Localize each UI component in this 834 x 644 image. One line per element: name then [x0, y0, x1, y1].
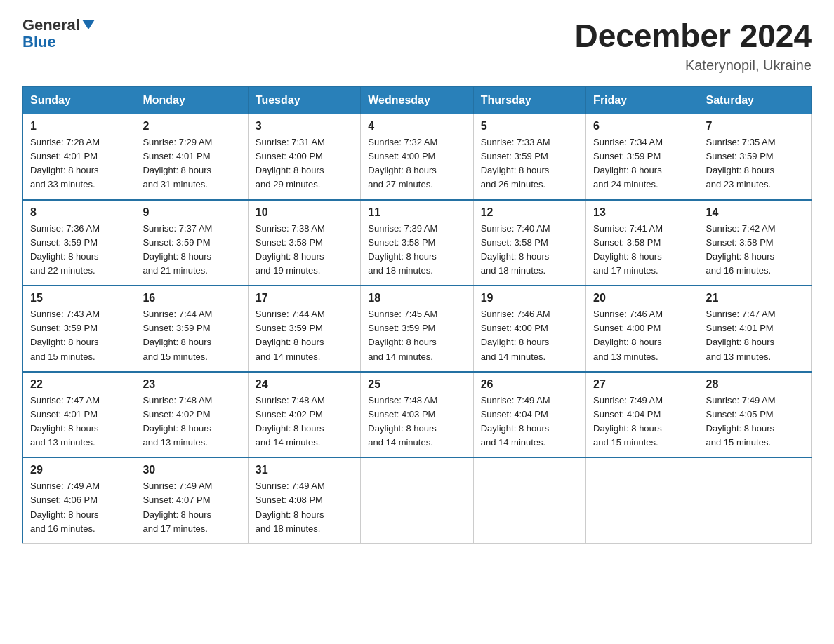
day-info: Sunrise: 7:46 AM Sunset: 4:00 PM Dayligh…: [481, 307, 578, 364]
day-number: 25: [368, 378, 465, 391]
day-info: Sunrise: 7:31 AM Sunset: 4:00 PM Dayligh…: [256, 135, 353, 192]
weekday-header-thursday: Thursday: [473, 87, 585, 114]
day-number: 24: [256, 378, 353, 391]
calendar-body: 1Sunrise: 7:28 AM Sunset: 4:01 PM Daylig…: [23, 114, 812, 544]
calendar-day-cell: 30Sunrise: 7:49 AM Sunset: 4:07 PM Dayli…: [135, 457, 248, 543]
day-number: 26: [481, 378, 578, 391]
calendar-day-cell: [699, 457, 811, 543]
weekday-header-friday: Friday: [586, 87, 699, 114]
logo: General Blue: [22, 17, 95, 51]
calendar-day-cell: 22Sunrise: 7:47 AM Sunset: 4:01 PM Dayli…: [23, 372, 135, 458]
calendar-day-cell: 12Sunrise: 7:40 AM Sunset: 3:58 PM Dayli…: [473, 200, 585, 286]
calendar-week-row: 29Sunrise: 7:49 AM Sunset: 4:06 PM Dayli…: [23, 457, 812, 543]
day-info: Sunrise: 7:47 AM Sunset: 4:01 PM Dayligh…: [30, 394, 128, 450]
day-number: 6: [593, 120, 691, 133]
day-info: Sunrise: 7:47 AM Sunset: 4:01 PM Dayligh…: [706, 307, 804, 364]
weekday-header-saturday: Saturday: [699, 87, 811, 114]
day-info: Sunrise: 7:38 AM Sunset: 3:58 PM Dayligh…: [256, 222, 353, 279]
calendar-day-cell: 23Sunrise: 7:48 AM Sunset: 4:02 PM Dayli…: [135, 372, 248, 458]
calendar-day-cell: 13Sunrise: 7:41 AM Sunset: 3:58 PM Dayli…: [586, 200, 699, 286]
day-number: 4: [368, 120, 465, 133]
day-number: 29: [30, 464, 128, 476]
day-info: Sunrise: 7:42 AM Sunset: 3:58 PM Dayligh…: [706, 222, 804, 279]
day-number: 31: [256, 464, 353, 476]
calendar-week-row: 15Sunrise: 7:43 AM Sunset: 3:59 PM Dayli…: [23, 286, 812, 372]
day-number: 17: [256, 292, 353, 304]
day-info: Sunrise: 7:49 AM Sunset: 4:05 PM Dayligh…: [706, 394, 804, 450]
weekday-header-wednesday: Wednesday: [361, 87, 473, 114]
day-info: Sunrise: 7:35 AM Sunset: 3:59 PM Dayligh…: [706, 135, 804, 192]
calendar-day-cell: 29Sunrise: 7:49 AM Sunset: 4:06 PM Dayli…: [23, 457, 135, 543]
calendar-day-cell: 19Sunrise: 7:46 AM Sunset: 4:00 PM Dayli…: [473, 286, 585, 372]
day-info: Sunrise: 7:49 AM Sunset: 4:07 PM Dayligh…: [143, 479, 240, 536]
page-subtitle: Katerynopil, Ukraine: [574, 58, 812, 74]
calendar-day-cell: 17Sunrise: 7:44 AM Sunset: 3:59 PM Dayli…: [248, 286, 360, 372]
calendar-day-cell: 24Sunrise: 7:48 AM Sunset: 4:02 PM Dayli…: [248, 372, 360, 458]
day-number: 5: [481, 120, 578, 133]
day-info: Sunrise: 7:36 AM Sunset: 3:59 PM Dayligh…: [30, 222, 128, 279]
day-number: 28: [706, 378, 804, 391]
day-number: 22: [30, 378, 128, 391]
calendar-day-cell: 4Sunrise: 7:32 AM Sunset: 4:00 PM Daylig…: [361, 114, 473, 200]
calendar-day-cell: 15Sunrise: 7:43 AM Sunset: 3:59 PM Dayli…: [23, 286, 135, 372]
day-info: Sunrise: 7:44 AM Sunset: 3:59 PM Dayligh…: [256, 307, 353, 364]
day-info: Sunrise: 7:40 AM Sunset: 3:58 PM Dayligh…: [481, 222, 578, 279]
calendar-day-cell: 2Sunrise: 7:29 AM Sunset: 4:01 PM Daylig…: [135, 114, 248, 200]
calendar-week-row: 8Sunrise: 7:36 AM Sunset: 3:59 PM Daylig…: [23, 200, 812, 286]
day-number: 13: [593, 206, 691, 219]
calendar-table: SundayMondayTuesdayWednesdayThursdayFrid…: [22, 86, 812, 544]
day-info: Sunrise: 7:49 AM Sunset: 4:08 PM Dayligh…: [256, 479, 353, 536]
logo-blue: Blue: [22, 34, 95, 51]
day-info: Sunrise: 7:45 AM Sunset: 3:59 PM Dayligh…: [368, 307, 465, 364]
day-number: 3: [256, 120, 353, 133]
day-number: 8: [30, 206, 128, 219]
calendar-day-cell: 10Sunrise: 7:38 AM Sunset: 3:58 PM Dayli…: [248, 200, 360, 286]
day-info: Sunrise: 7:48 AM Sunset: 4:02 PM Dayligh…: [256, 394, 353, 450]
calendar-day-cell: 31Sunrise: 7:49 AM Sunset: 4:08 PM Dayli…: [248, 457, 360, 543]
day-number: 7: [706, 120, 804, 133]
day-number: 23: [143, 378, 240, 391]
calendar-week-row: 22Sunrise: 7:47 AM Sunset: 4:01 PM Dayli…: [23, 372, 812, 458]
weekday-header-tuesday: Tuesday: [248, 87, 360, 114]
calendar-day-cell: 25Sunrise: 7:48 AM Sunset: 4:03 PM Dayli…: [361, 372, 473, 458]
title-block: December 2024 Katerynopil, Ukraine: [574, 17, 812, 74]
day-info: Sunrise: 7:41 AM Sunset: 3:58 PM Dayligh…: [593, 222, 691, 279]
page-header: General Blue December 2024 Katerynopil, …: [22, 17, 812, 74]
day-number: 16: [143, 292, 240, 304]
weekday-header-sunday: Sunday: [23, 87, 135, 114]
calendar-week-row: 1Sunrise: 7:28 AM Sunset: 4:01 PM Daylig…: [23, 114, 812, 200]
day-info: Sunrise: 7:48 AM Sunset: 4:03 PM Dayligh…: [368, 394, 465, 450]
day-number: 27: [593, 378, 691, 391]
calendar-day-cell: 21Sunrise: 7:47 AM Sunset: 4:01 PM Dayli…: [699, 286, 811, 372]
weekday-header-row: SundayMondayTuesdayWednesdayThursdayFrid…: [23, 87, 812, 114]
day-number: 1: [30, 120, 128, 133]
day-info: Sunrise: 7:44 AM Sunset: 3:59 PM Dayligh…: [143, 307, 240, 364]
day-info: Sunrise: 7:48 AM Sunset: 4:02 PM Dayligh…: [143, 394, 240, 450]
calendar-day-cell: [361, 457, 473, 543]
day-info: Sunrise: 7:43 AM Sunset: 3:59 PM Dayligh…: [30, 307, 128, 364]
day-number: 11: [368, 206, 465, 219]
day-number: 14: [706, 206, 804, 219]
calendar-day-cell: 27Sunrise: 7:49 AM Sunset: 4:04 PM Dayli…: [586, 372, 699, 458]
day-info: Sunrise: 7:32 AM Sunset: 4:00 PM Dayligh…: [368, 135, 465, 192]
day-info: Sunrise: 7:28 AM Sunset: 4:01 PM Dayligh…: [30, 135, 128, 192]
calendar-day-cell: 7Sunrise: 7:35 AM Sunset: 3:59 PM Daylig…: [699, 114, 811, 200]
day-number: 19: [481, 292, 578, 304]
logo-general: General: [22, 16, 80, 34]
day-info: Sunrise: 7:37 AM Sunset: 3:59 PM Dayligh…: [143, 222, 240, 279]
calendar-day-cell: 1Sunrise: 7:28 AM Sunset: 4:01 PM Daylig…: [23, 114, 135, 200]
calendar-day-cell: 9Sunrise: 7:37 AM Sunset: 3:59 PM Daylig…: [135, 200, 248, 286]
calendar-day-cell: 5Sunrise: 7:33 AM Sunset: 3:59 PM Daylig…: [473, 114, 585, 200]
day-info: Sunrise: 7:46 AM Sunset: 4:00 PM Dayligh…: [593, 307, 691, 364]
day-number: 10: [256, 206, 353, 219]
weekday-header-monday: Monday: [135, 87, 248, 114]
day-number: 21: [706, 292, 804, 304]
logo-triangle-icon: [82, 20, 95, 29]
calendar-day-cell: 11Sunrise: 7:39 AM Sunset: 3:58 PM Dayli…: [361, 200, 473, 286]
calendar-day-cell: 14Sunrise: 7:42 AM Sunset: 3:58 PM Dayli…: [699, 200, 811, 286]
day-info: Sunrise: 7:49 AM Sunset: 4:04 PM Dayligh…: [593, 394, 691, 450]
day-info: Sunrise: 7:49 AM Sunset: 4:04 PM Dayligh…: [481, 394, 578, 450]
page-title: December 2024: [574, 17, 812, 55]
calendar-day-cell: [473, 457, 585, 543]
day-number: 2: [143, 120, 240, 133]
